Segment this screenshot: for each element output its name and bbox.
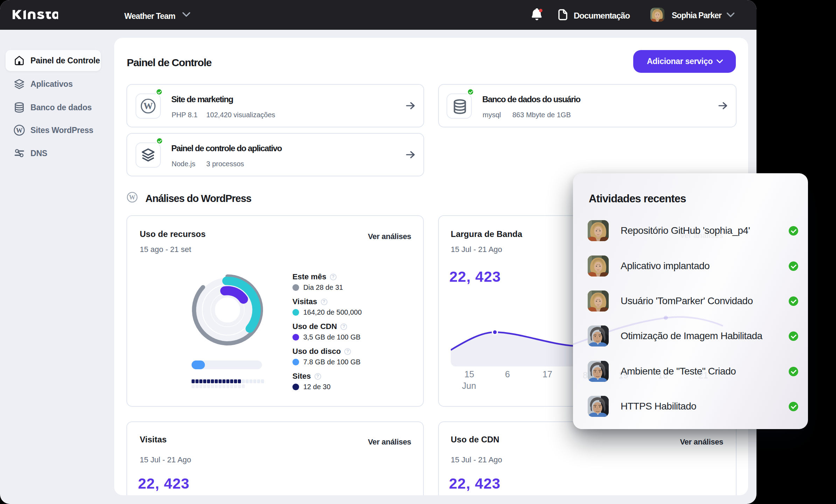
svg-text:W: W [144, 101, 153, 111]
svg-text:W: W [16, 127, 23, 134]
svg-text:W: W [129, 194, 136, 201]
